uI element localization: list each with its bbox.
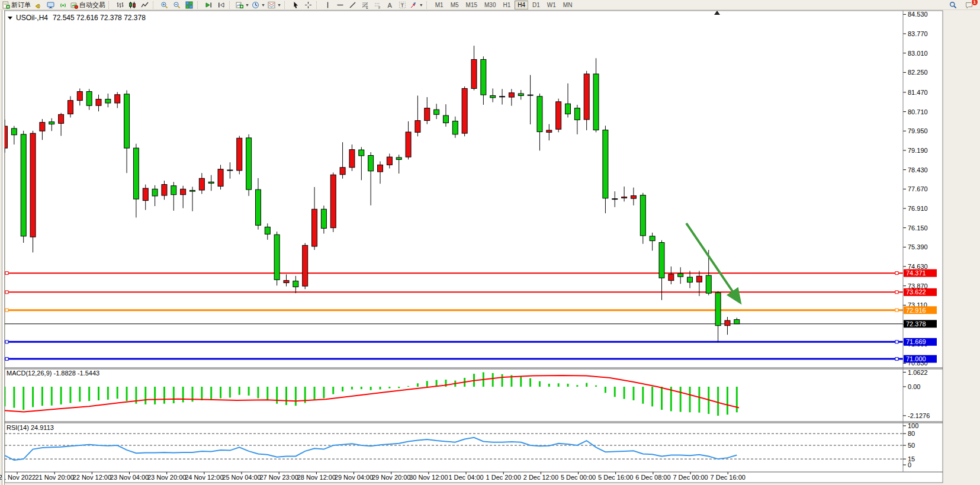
chart-menu-icon[interactable] <box>8 17 12 20</box>
templates-button[interactable]: ▼ <box>266 1 282 9</box>
text-button[interactable]: A <box>384 1 396 9</box>
timeframe-h1-button[interactable]: H1 <box>500 1 513 9</box>
vertical-line-button[interactable] <box>322 1 334 9</box>
candle <box>77 92 82 101</box>
indicators-icon <box>236 1 243 9</box>
svg-text:T: T <box>400 2 404 8</box>
line-handle[interactable] <box>895 272 898 275</box>
channel-button[interactable]: F <box>371 1 384 9</box>
chevron-down-icon[interactable]: ▼ <box>261 3 265 7</box>
candlestick-chart-button[interactable] <box>126 1 139 9</box>
terminal-button[interactable] <box>44 1 57 9</box>
signals-button[interactable] <box>57 1 69 9</box>
candle <box>406 132 411 157</box>
time-tick-label: 7 Dec 00:00 <box>673 474 708 481</box>
line-handle[interactable] <box>895 291 898 294</box>
chart-canvas[interactable]: 84.53083.77083.01082.25081.47080.71079.9… <box>0 10 980 485</box>
candle <box>387 157 392 165</box>
line-chart-button[interactable] <box>139 1 151 9</box>
tile-windows-button[interactable] <box>183 1 195 9</box>
time-tick-label: 5 Dec 00:00 <box>561 474 596 481</box>
arrows-icon <box>410 1 417 9</box>
bar-chart-button[interactable] <box>114 1 126 9</box>
line-handle[interactable] <box>5 309 8 311</box>
candle <box>631 195 636 198</box>
line-handle[interactable] <box>5 341 8 343</box>
svg-text:A: A <box>387 1 392 8</box>
line-handle[interactable] <box>895 358 898 361</box>
chart-title: USOil-,H4 72.545 72.616 72.378 72.378 <box>8 14 146 22</box>
candle <box>30 133 36 237</box>
candle <box>255 189 261 225</box>
horizontal-line-button[interactable] <box>334 1 346 9</box>
chevron-down-icon[interactable]: ▼ <box>419 3 423 7</box>
time-tick-label: 24 Nov 12:00 <box>185 474 223 481</box>
candle <box>21 134 26 236</box>
svg-text:0.00: 0.00 <box>908 383 920 390</box>
chart-shift-button[interactable] <box>215 1 227 9</box>
candle <box>171 186 176 195</box>
candle <box>584 74 589 120</box>
line-handle[interactable] <box>5 291 8 294</box>
timeframe-mn-button[interactable]: MN <box>560 1 576 9</box>
timeframe-m1-button[interactable]: M1 <box>432 1 446 9</box>
indicators-button[interactable]: ▼ <box>234 1 250 9</box>
candle <box>237 138 242 171</box>
arrows-button[interactable]: ▼ <box>409 1 425 9</box>
trendline-button[interactable] <box>346 1 359 9</box>
auto-scroll-button[interactable] <box>203 1 215 9</box>
timeframe-w1-button[interactable]: W1 <box>544 1 559 9</box>
candle <box>330 175 336 227</box>
alerts-button[interactable] <box>32 1 44 9</box>
timeframe-m15-button[interactable]: M15 <box>463 1 480 9</box>
crosshair-button[interactable] <box>302 1 314 9</box>
cursor-button[interactable] <box>290 1 302 9</box>
candle <box>547 130 552 132</box>
candle <box>359 150 364 156</box>
timeframe-d1-button[interactable]: D1 <box>529 1 543 9</box>
fibonacci-button[interactable]: E <box>359 1 371 9</box>
search-button[interactable] <box>947 1 959 9</box>
chart-shift-icon <box>217 1 225 9</box>
candle <box>321 209 326 228</box>
autotrading-button[interactable]: 自动交易 <box>69 1 107 9</box>
chevron-down-icon[interactable]: ▼ <box>245 3 249 7</box>
candle <box>434 110 439 114</box>
timeframe-h4-button[interactable]: H4 <box>515 1 528 9</box>
text-label-button[interactable]: T <box>396 1 409 9</box>
candle <box>706 275 711 293</box>
line-handle[interactable] <box>5 358 8 361</box>
time-tick-label: 28 Nov 12:00 <box>297 474 336 481</box>
price-badge-label: 72.378 <box>906 320 926 327</box>
line-handle[interactable] <box>895 341 898 343</box>
candle <box>659 243 664 278</box>
chevron-down-icon[interactable]: ▼ <box>277 3 281 7</box>
price-tick-label: 82.250 <box>908 69 928 76</box>
candle <box>152 189 158 196</box>
timeframe-m5-button[interactable]: M5 <box>448 1 462 9</box>
periods-button[interactable]: ▼ <box>250 1 266 9</box>
svg-text:100: 100 <box>908 422 918 429</box>
new-order-button-label: 新订单 <box>11 1 31 9</box>
window-left-edge <box>0 10 5 485</box>
toolbar: 新订单自动交易▼▼▼EFAT▼M1M5M15M30H1H4D1W1MN1 <box>0 0 980 10</box>
notifications-button[interactable]: 1 <box>963 1 975 9</box>
time-tick-label: 1 Dec 04:00 <box>448 474 483 481</box>
line-handle[interactable] <box>5 272 8 275</box>
time-tick-label: 29 Nov 04:00 <box>335 474 373 481</box>
new-order-icon <box>2 1 10 9</box>
candle <box>452 121 458 134</box>
candle <box>565 104 571 114</box>
line-handle[interactable] <box>895 309 898 311</box>
toolbar-separator <box>108 1 112 9</box>
timeframe-m30-button[interactable]: M30 <box>481 1 499 9</box>
price-badge-label: 73.622 <box>906 288 926 296</box>
candle <box>124 94 130 148</box>
new-order-button[interactable]: 新订单 <box>1 1 32 9</box>
zoom-out-button[interactable] <box>171 1 183 9</box>
candle <box>11 129 17 135</box>
zoom-in-button[interactable] <box>158 1 171 9</box>
candle <box>162 185 167 195</box>
candle <box>734 320 740 324</box>
candle <box>490 95 496 97</box>
